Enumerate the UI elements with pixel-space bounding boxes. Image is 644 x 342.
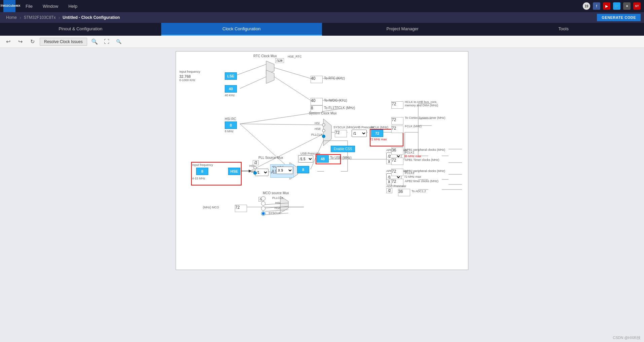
top-bar: STM32 CubeMX File Window Help 19 f ▶ 🐦 ✦… [0,0,644,12]
fit-button[interactable]: ⛶ [102,37,111,46]
menu-file[interactable]: File [26,4,33,9]
adc-prescaler-label: ADC Prescaler [386,184,406,188]
hse-input-box[interactable]: 8 [196,168,208,175]
breadcrumb-device[interactable]: STM32F103C8Tx [21,15,59,20]
youtube-icon[interactable]: ▶ [603,2,610,10]
hse-radio-indicator [322,129,325,132]
hclk-box[interactable]: 72 [371,130,383,137]
apb1-periph-label: APB1 peripheral clocks (MHz) [405,148,445,151]
mco-pllclk-radio[interactable] [261,196,265,201]
apb2-periph-label: APB2 peripheral clocks (MHz) [405,169,445,173]
svg-line-12 [240,124,323,125]
apb1-periph-box: 36 [391,147,403,155]
enable-css-button[interactable]: Enable CSS [331,146,355,152]
tab-pinout[interactable]: Pinout & Configuration [0,23,161,36]
mco-mhz-label: (MHz) MCO [203,206,219,209]
pll-hsi-radio [253,166,257,169]
usb-val-box[interactable]: 48 [317,155,329,163]
menu-window[interactable]: Window [43,4,58,9]
pll-label: PLL [271,171,276,174]
rtc-out-box: 40 [311,76,323,83]
tab-clock[interactable]: Clock Configuration [161,23,322,36]
pll-multiplier-select[interactable]: X 9X 2X 3 [276,167,293,174]
mco-out-box: 72 [235,205,247,212]
pll-output-box: 8 [297,166,309,173]
adc-out-box: 36 [398,189,410,196]
lsi-khz-label: 40 KHz [225,94,235,97]
tab-bar: Pinout & Configuration Clock Configurati… [0,23,644,36]
top-menu: File Window Help [26,4,573,9]
svg-line-36 [240,124,290,169]
st-icon[interactable]: ST [633,2,641,10]
zoom-out-button[interactable]: 🔍 [114,37,123,46]
hsi-box[interactable]: 8 [225,122,237,129]
mco-source-mux-label: MCO source Mux [263,191,289,195]
breadcrumb-current: Untitled - Clock Configuration [60,15,122,20]
div128-box: /128 [275,58,284,63]
apb2-periph-box: 72 [391,169,403,176]
menu-help[interactable]: Help [68,4,77,9]
notification-badge[interactable]: 19 [583,2,590,10]
hse-rtc-label: HSE_RTC [288,55,302,58]
hsi-rc-label: HSI RC [225,117,236,121]
hse-mux-label: HSE [315,127,321,131]
hclk-ahb-label: HCLK to AHB bus, core,memory and DMA (MH… [405,100,438,107]
svg-marker-2 [323,119,331,146]
social-icons: 19 f ▶ 🐦 ✦ ST [583,2,641,10]
undo-button[interactable]: ↩ [3,37,13,46]
tab-tools[interactable]: Tools [483,23,644,36]
mco-sysclk-label: SYSCLK [269,211,281,215]
pll-hse-radio [253,171,257,175]
pll-div1-select[interactable]: /1/2 [255,169,269,176]
input-freq-lse-label: Input frequency32.768 [179,70,200,79]
to-adc-label: To ADC1,2 [412,190,426,193]
twitter-icon[interactable]: 🐦 [613,2,620,10]
redo-button[interactable]: ↪ [15,37,25,46]
iwdg-out-box: 40 [311,98,323,105]
sysclk-box[interactable]: 72 [335,130,347,137]
mco-hsi-radio[interactable] [261,201,265,206]
main-content: RTC Clock Mux Input frequency32.768 0-10… [0,48,644,342]
generate-code-button[interactable]: GENERATE CODE [597,14,641,21]
to-usb-label: To USB (MHz) [330,156,352,160]
apb1-timer-box: 72 [391,158,403,165]
mco-hsi-label: HSI [275,201,280,205]
pclk1-max-label: 36 MHz max [404,155,421,158]
hsi-radio-indicator [322,123,325,127]
adc-div2-box: /2 [386,188,392,193]
usb-prescaler-select[interactable]: /1.5/1 [298,155,313,163]
svg-marker-0 [266,61,274,74]
mco-sysclk-radio[interactable] [261,211,265,216]
svg-line-11 [240,109,341,124]
toolbar: ↩ ↪ ↻ Resolve Clock Issues 🔍 ⛶ 🔍 [0,36,644,48]
svg-line-5 [235,64,266,76]
mco-hse-radio[interactable] [261,206,265,211]
rtc-clock-mux-label: RTC Clock Mux [253,54,277,58]
tab-project[interactable]: Project Manager [322,23,483,36]
to-rtc-label: To RTC (KHz) [324,76,345,80]
fclk-box: 72 [391,126,403,133]
fclk-label: FCLK (MHz) [405,125,422,128]
to-fl1tfclk-label: To FL1TFCLK (MHz) [324,106,355,110]
sysclk-mhz-label: SYSCLK (MHz) [333,126,355,129]
watermark: CSDN @HX科技 [613,335,641,340]
cortex-timer-box: 72 [391,117,403,125]
hclk-max-label: 72 MHz max [370,138,387,141]
hclk-mhz-label: HCLK (MHz) [371,126,388,129]
lse-box[interactable]: LSE [225,72,237,80]
breadcrumb-home[interactable]: Home [3,15,20,20]
ahb-prescaler-select[interactable]: /1/2/4 [352,130,367,137]
zoom-in-button[interactable]: 🔍 [90,37,99,46]
hse-box[interactable]: HSE [228,168,240,175]
svg-marker-1 [266,70,274,83]
network-icon[interactable]: ✦ [623,2,631,10]
resolve-clock-button[interactable]: Resolve Clock Issues [40,38,87,46]
cortex-timer-label: To Cortex System timer (MHz) [405,116,445,119]
breadcrumb-bar: Home › STM32F103C8Tx › Untitled - Clock … [0,12,644,23]
hse-freq-range-label: 4-15 MHz [192,177,205,180]
apb2-timer-label: APB2 timer clocks (MHz) [405,179,438,183]
facebook-icon[interactable]: f [593,2,600,10]
logo-area: STM32 CubeMX [3,0,15,12]
clock-diagram: RTC Clock Mux Input frequency32.768 0-10… [176,51,468,270]
refresh-button[interactable]: ↻ [28,37,37,46]
